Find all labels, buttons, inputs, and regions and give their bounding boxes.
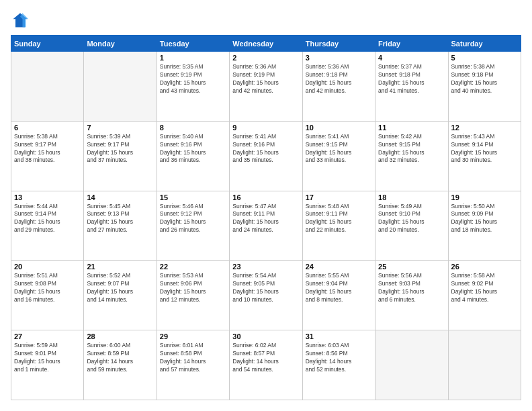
calendar-cell: 5Sunrise: 5:38 AM Sunset: 9:18 PM Daylig…	[448, 52, 521, 122]
day-number: 2	[232, 54, 299, 62]
day-number: 31	[306, 332, 372, 340]
calendar-cell: 19Sunrise: 5:50 AM Sunset: 9:09 PM Dayli…	[448, 191, 521, 261]
day-info: Sunrise: 5:40 AM Sunset: 9:16 PM Dayligh…	[160, 133, 226, 165]
day-number: 26	[451, 263, 518, 271]
day-number: 11	[378, 124, 445, 132]
day-number: 15	[160, 193, 226, 201]
calendar-week-5: 27Sunrise: 5:59 AM Sunset: 9:01 PM Dayli…	[11, 330, 521, 400]
day-info: Sunrise: 6:01 AM Sunset: 8:58 PM Dayligh…	[160, 342, 226, 374]
calendar-week-2: 6Sunrise: 5:38 AM Sunset: 9:17 PM Daylig…	[11, 121, 521, 191]
day-number: 4	[378, 54, 445, 62]
day-number: 6	[14, 124, 81, 132]
calendar-week-1: 1Sunrise: 5:35 AM Sunset: 9:19 PM Daylig…	[11, 52, 521, 122]
calendar-cell: 16Sunrise: 5:47 AM Sunset: 9:11 PM Dayli…	[230, 191, 302, 261]
day-info: Sunrise: 5:53 AM Sunset: 9:06 PM Dayligh…	[160, 272, 226, 304]
calendar-cell: 1Sunrise: 5:35 AM Sunset: 9:19 PM Daylig…	[157, 52, 229, 122]
calendar-cell: 12Sunrise: 5:43 AM Sunset: 9:14 PM Dayli…	[448, 121, 521, 191]
calendar-week-4: 20Sunrise: 5:51 AM Sunset: 9:08 PM Dayli…	[11, 261, 521, 330]
calendar-cell: 30Sunrise: 6:02 AM Sunset: 8:57 PM Dayli…	[230, 330, 302, 400]
calendar-cell: 8Sunrise: 5:40 AM Sunset: 9:16 PM Daylig…	[157, 121, 229, 191]
day-info: Sunrise: 5:41 AM Sunset: 9:15 PM Dayligh…	[306, 133, 372, 165]
day-number: 18	[378, 193, 445, 201]
weekday-header-friday: Friday	[375, 36, 448, 52]
day-number: 9	[232, 124, 299, 132]
day-number: 10	[306, 124, 372, 132]
calendar-cell: 14Sunrise: 5:45 AM Sunset: 9:13 PM Dayli…	[84, 191, 157, 261]
calendar-cell: 11Sunrise: 5:42 AM Sunset: 9:15 PM Dayli…	[375, 121, 448, 191]
calendar-cell: 7Sunrise: 5:39 AM Sunset: 9:17 PM Daylig…	[84, 121, 157, 191]
calendar-cell: 17Sunrise: 5:48 AM Sunset: 9:11 PM Dayli…	[302, 191, 375, 261]
calendar-cell	[375, 330, 448, 400]
calendar-cell: 10Sunrise: 5:41 AM Sunset: 9:15 PM Dayli…	[302, 121, 375, 191]
day-number: 20	[14, 263, 81, 271]
day-info: Sunrise: 5:48 AM Sunset: 9:11 PM Dayligh…	[306, 203, 372, 235]
calendar-cell: 9Sunrise: 5:41 AM Sunset: 9:16 PM Daylig…	[230, 121, 302, 191]
day-info: Sunrise: 5:38 AM Sunset: 9:17 PM Dayligh…	[14, 133, 81, 165]
day-info: Sunrise: 5:52 AM Sunset: 9:07 PM Dayligh…	[87, 272, 153, 304]
day-info: Sunrise: 5:51 AM Sunset: 9:08 PM Dayligh…	[14, 272, 81, 304]
day-number: 29	[160, 332, 226, 340]
day-info: Sunrise: 5:36 AM Sunset: 9:19 PM Dayligh…	[232, 63, 299, 95]
calendar-cell: 24Sunrise: 5:55 AM Sunset: 9:04 PM Dayli…	[302, 261, 375, 330]
calendar-cell: 21Sunrise: 5:52 AM Sunset: 9:07 PM Dayli…	[84, 261, 157, 330]
calendar-cell: 31Sunrise: 6:03 AM Sunset: 8:56 PM Dayli…	[302, 330, 375, 400]
calendar-cell: 18Sunrise: 5:49 AM Sunset: 9:10 PM Dayli…	[375, 191, 448, 261]
day-info: Sunrise: 5:54 AM Sunset: 9:05 PM Dayligh…	[232, 272, 299, 304]
day-info: Sunrise: 5:44 AM Sunset: 9:14 PM Dayligh…	[14, 203, 81, 235]
weekday-header-wednesday: Wednesday	[230, 36, 302, 52]
day-number: 16	[232, 193, 299, 201]
calendar-cell: 23Sunrise: 5:54 AM Sunset: 9:05 PM Dayli…	[230, 261, 302, 330]
day-number: 24	[306, 263, 372, 271]
calendar-cell: 28Sunrise: 6:00 AM Sunset: 8:59 PM Dayli…	[84, 330, 157, 400]
day-info: Sunrise: 5:55 AM Sunset: 9:04 PM Dayligh…	[306, 272, 372, 304]
calendar-cell: 15Sunrise: 5:46 AM Sunset: 9:12 PM Dayli…	[157, 191, 229, 261]
day-number: 23	[232, 263, 299, 271]
calendar-cell: 13Sunrise: 5:44 AM Sunset: 9:14 PM Dayli…	[11, 191, 84, 261]
calendar-cell: 29Sunrise: 6:01 AM Sunset: 8:58 PM Dayli…	[157, 330, 229, 400]
day-info: Sunrise: 5:41 AM Sunset: 9:16 PM Dayligh…	[232, 133, 299, 165]
day-info: Sunrise: 5:59 AM Sunset: 9:01 PM Dayligh…	[14, 342, 81, 374]
header	[11, 11, 521, 30]
day-info: Sunrise: 5:43 AM Sunset: 9:14 PM Dayligh…	[451, 133, 518, 165]
day-info: Sunrise: 5:37 AM Sunset: 9:18 PM Dayligh…	[378, 63, 445, 95]
calendar-week-3: 13Sunrise: 5:44 AM Sunset: 9:14 PM Dayli…	[11, 191, 521, 261]
calendar-cell: 20Sunrise: 5:51 AM Sunset: 9:08 PM Dayli…	[11, 261, 84, 330]
day-info: Sunrise: 6:03 AM Sunset: 8:56 PM Dayligh…	[306, 342, 372, 374]
day-number: 1	[160, 54, 226, 62]
calendar-header-row: SundayMondayTuesdayWednesdayThursdayFrid…	[11, 36, 521, 52]
weekday-header-tuesday: Tuesday	[157, 36, 229, 52]
day-info: Sunrise: 5:38 AM Sunset: 9:18 PM Dayligh…	[451, 63, 518, 95]
weekday-header-thursday: Thursday	[302, 36, 375, 52]
calendar-table: SundayMondayTuesdayWednesdayThursdayFrid…	[11, 35, 521, 400]
calendar-cell: 25Sunrise: 5:56 AM Sunset: 9:03 PM Dayli…	[375, 261, 448, 330]
day-info: Sunrise: 5:35 AM Sunset: 9:19 PM Dayligh…	[160, 63, 226, 95]
page: SundayMondayTuesdayWednesdayThursdayFrid…	[0, 0, 532, 411]
day-number: 22	[160, 263, 226, 271]
calendar-cell: 2Sunrise: 5:36 AM Sunset: 9:19 PM Daylig…	[230, 52, 302, 122]
calendar-cell	[11, 52, 84, 122]
day-info: Sunrise: 5:42 AM Sunset: 9:15 PM Dayligh…	[378, 133, 445, 165]
day-number: 30	[232, 332, 299, 340]
logo-icon	[11, 11, 30, 30]
day-number: 8	[160, 124, 226, 132]
day-number: 27	[14, 332, 81, 340]
weekday-header-saturday: Saturday	[448, 36, 521, 52]
calendar-cell: 4Sunrise: 5:37 AM Sunset: 9:18 PM Daylig…	[375, 52, 448, 122]
day-number: 14	[87, 193, 153, 201]
day-info: Sunrise: 5:56 AM Sunset: 9:03 PM Dayligh…	[378, 272, 445, 304]
day-number: 17	[306, 193, 372, 201]
calendar-cell	[84, 52, 157, 122]
calendar-cell: 27Sunrise: 5:59 AM Sunset: 9:01 PM Dayli…	[11, 330, 84, 400]
calendar-cell: 3Sunrise: 5:36 AM Sunset: 9:18 PM Daylig…	[302, 52, 375, 122]
day-number: 19	[451, 193, 518, 201]
weekday-header-sunday: Sunday	[11, 36, 84, 52]
calendar-cell: 6Sunrise: 5:38 AM Sunset: 9:17 PM Daylig…	[11, 121, 84, 191]
day-info: Sunrise: 5:50 AM Sunset: 9:09 PM Dayligh…	[451, 203, 518, 235]
day-info: Sunrise: 5:49 AM Sunset: 9:10 PM Dayligh…	[378, 203, 445, 235]
day-info: Sunrise: 5:58 AM Sunset: 9:02 PM Dayligh…	[451, 272, 518, 304]
logo	[11, 11, 32, 30]
day-info: Sunrise: 6:00 AM Sunset: 8:59 PM Dayligh…	[87, 342, 153, 374]
day-number: 5	[451, 54, 518, 62]
day-number: 3	[306, 54, 372, 62]
day-info: Sunrise: 6:02 AM Sunset: 8:57 PM Dayligh…	[232, 342, 299, 374]
